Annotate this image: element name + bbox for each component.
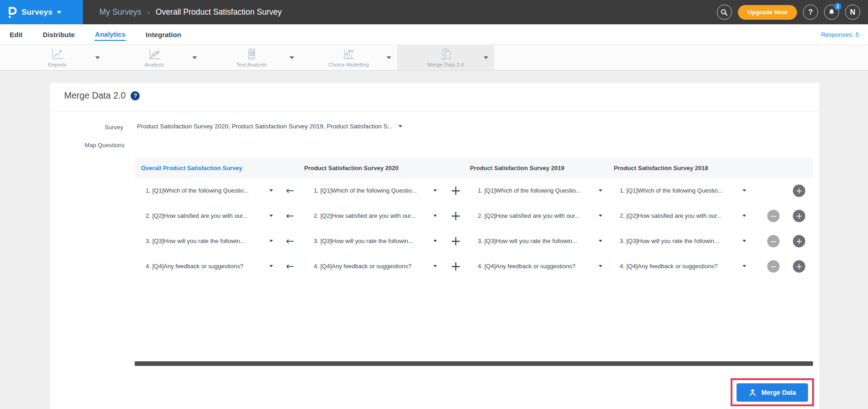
column-header-survey-2018: Product Satisfaction Survey 2018: [607, 165, 751, 171]
remove-mapping-button[interactable]: −: [767, 235, 780, 247]
subtab-analysis[interactable]: Analysis: [106, 45, 203, 70]
question-select[interactable]: 4. [Q4]Any feedback or suggestions?: [135, 263, 279, 270]
breadcrumb-separator: ›: [147, 8, 149, 17]
append-plus-icon: +: [442, 208, 469, 223]
map-arrow-icon: ←: [279, 261, 300, 272]
row-controls: − +: [751, 228, 813, 254]
tab-analytics[interactable]: Analytics: [94, 28, 126, 41]
text-analysis-icon: [245, 48, 258, 61]
tab-edit[interactable]: Edit: [9, 29, 23, 40]
question-mapping-table: Overall Product Satisfaction Survey Prod…: [135, 158, 813, 279]
survey-multiselect-value: Product Satisfaction Survey 2020, Produc…: [137, 123, 393, 130]
question-select[interactable]: 4. [Q4]Any feedback or suggestions?: [607, 263, 751, 270]
chevron-down-icon: [599, 240, 602, 242]
chevron-down-icon: [269, 189, 273, 192]
upgrade-now-button[interactable]: Upgrade Now: [738, 5, 797, 20]
question-text: 2. [Q2]How satisfied are you with our...: [146, 212, 248, 219]
horizontal-scrollbar[interactable]: [135, 361, 813, 366]
chevron-down-icon: [742, 189, 746, 192]
breadcrumb-current-survey: Overall Product Satisfaction Survey: [156, 7, 282, 17]
question-select[interactable]: 2. [Q2]How satisfied are you with our...: [135, 212, 279, 219]
chevron-down-icon: [742, 265, 746, 267]
subtab-label: Choice Modelling: [328, 62, 369, 67]
analysis-dropdown-icon[interactable]: [192, 56, 197, 59]
add-mapping-button[interactable]: +: [793, 210, 805, 222]
subtab-text-analysis[interactable]: Text Analysis: [203, 45, 300, 70]
map-arrow-icon: ←: [279, 185, 300, 196]
chevron-down-icon: [269, 240, 273, 242]
question-select[interactable]: 1. [Q1]Which of the following Questio...: [469, 187, 607, 194]
question-select[interactable]: 4. [Q4]Any feedback or suggestions?: [300, 263, 442, 270]
search-button[interactable]: [717, 5, 732, 20]
survey-multiselect[interactable]: Product Satisfaction Survey 2020, Produc…: [137, 123, 402, 130]
subtab-merge-data[interactable]: Merge Data 2.0: [397, 45, 494, 70]
map-arrow-icon: ←: [279, 236, 300, 247]
chevron-down-icon: [399, 125, 402, 127]
merge-data-button-label: Merge Data: [761, 389, 796, 396]
question-select[interactable]: 3. [Q3]How will you rate the followin...: [469, 238, 607, 244]
help-button[interactable]: ?: [803, 5, 818, 20]
append-plus-icon: +: [442, 259, 469, 274]
product-switcher[interactable]: Surveys: [0, 0, 83, 24]
question-text: 3. [Q3]How will you rate the followin...: [620, 238, 719, 244]
merge-arrow-icon: [748, 388, 757, 397]
mapping-row-q1: 1. [Q1]Which of the following Questio...…: [135, 178, 813, 203]
add-mapping-button[interactable]: +: [793, 184, 805, 197]
remove-mapping-button[interactable]: −: [767, 260, 780, 272]
question-text: 3. [Q3]How will you rate the followin...: [314, 238, 413, 244]
top-bar: Surveys My Surveys › Overall Product Sat…: [0, 0, 868, 24]
tab-distribute[interactable]: Distribute: [42, 29, 75, 40]
chevron-down-icon: [742, 240, 746, 242]
title-help-icon[interactable]: ?: [131, 91, 140, 100]
row-controls: − +: [751, 254, 813, 279]
line-chart-icon: [50, 48, 64, 61]
map-arrow-icon: ←: [279, 210, 300, 221]
question-select[interactable]: 1. [Q1]Which of the following Questio...: [607, 187, 751, 194]
add-mapping-button[interactable]: +: [793, 260, 805, 272]
map-questions-label: Map Questions: [50, 142, 125, 149]
reports-dropdown-icon[interactable]: [95, 56, 100, 59]
mapping-header-row: Overall Product Satisfaction Survey Prod…: [135, 158, 813, 178]
chevron-down-icon: [269, 215, 273, 217]
merge-data-button[interactable]: Merge Data: [737, 383, 808, 402]
app-name: Surveys: [22, 8, 53, 17]
mapping-row-q3: 3. [Q3]How will you rate the followin...…: [135, 228, 813, 254]
column-header-survey-2020: Product Satisfaction Survey 2020: [300, 165, 442, 171]
merge-data-panel: Merge Data 2.0 ? Survey Product Satisfac…: [50, 83, 819, 409]
chevron-down-icon: [742, 215, 746, 217]
column-header-target-survey: Overall Product Satisfaction Survey: [135, 165, 279, 171]
merge-data-dropdown-icon[interactable]: [484, 56, 488, 59]
add-mapping-button[interactable]: +: [793, 235, 805, 247]
question-select[interactable]: 4. [Q4]Any feedback or suggestions?: [469, 263, 607, 270]
question-select[interactable]: 3. [Q3]How will you rate the followin...: [607, 238, 751, 244]
responses-count[interactable]: Responses: 5: [821, 31, 859, 38]
question-text: 1. [Q1]Which of the following Questio...: [146, 187, 249, 194]
notifications-button[interactable]: 2: [824, 5, 839, 20]
mapping-row-q4: 4. [Q4]Any feedback or suggestions? ← 4.…: [135, 254, 813, 279]
bell-icon: [828, 8, 835, 16]
remove-mapping-button[interactable]: −: [767, 210, 780, 222]
question-select[interactable]: 3. [Q3]How will you rate the followin...: [135, 238, 279, 244]
subtab-choice-modelling[interactable]: Choice Modelling: [300, 45, 397, 70]
chevron-down-icon: [599, 215, 602, 217]
subtab-reports[interactable]: Reports: [9, 45, 106, 70]
question-text: 4. [Q4]Any feedback or suggestions?: [478, 263, 575, 270]
question-text: 4. [Q4]Any feedback or suggestions?: [314, 263, 411, 270]
text-analysis-dropdown-icon[interactable]: [289, 56, 294, 59]
question-select[interactable]: 1. [Q1]Which of the following Questio...: [135, 187, 279, 194]
choice-modelling-icon: [342, 48, 355, 61]
account-avatar[interactable]: N: [845, 5, 860, 20]
question-select[interactable]: 2. [Q2]How satisfied are you with our...: [607, 212, 751, 219]
question-select[interactable]: 1. [Q1]Which of the following Questio...: [300, 187, 442, 194]
question-select[interactable]: 2. [Q2]How satisfied are you with our...: [469, 212, 607, 219]
question-text: 1. [Q1]Which of the following Questio...: [314, 187, 417, 194]
choice-modelling-dropdown-icon[interactable]: [387, 56, 391, 59]
question-select[interactable]: 2. [Q2]How satisfied are you with our...: [300, 212, 442, 219]
trend-chart-icon: [147, 48, 161, 61]
tab-integration[interactable]: Integration: [145, 29, 182, 40]
breadcrumb-my-surveys[interactable]: My Surveys: [99, 7, 141, 17]
question-select[interactable]: 3. [Q3]How will you rate the followin...: [300, 238, 442, 244]
question-text: 2. [Q2]How satisfied are you with our...: [478, 212, 580, 219]
question-text: 4. [Q4]Any feedback or suggestions?: [146, 263, 243, 270]
append-plus-icon: +: [442, 233, 469, 249]
